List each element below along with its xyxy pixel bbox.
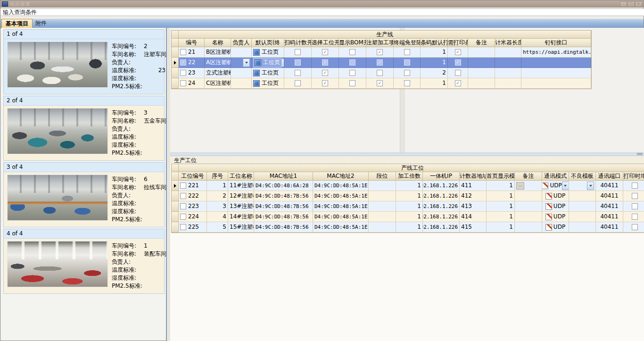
cell-owner[interactable]	[231, 68, 252, 78]
cell-mac1[interactable]: D4:9C:DD:48:7B:56	[254, 222, 313, 233]
cell-injection-process[interactable]: ✓	[366, 78, 394, 89]
column-header[interactable]: MAC地址2	[313, 172, 369, 181]
row-header[interactable]	[172, 58, 179, 68]
cell-owner[interactable]	[231, 58, 252, 68]
checkbox-unchecked[interactable]	[180, 203, 186, 209]
cell-station-id[interactable]: 221	[179, 181, 207, 191]
chevron-down-icon[interactable]	[243, 58, 250, 67]
cell-terminal-no-login[interactable]	[394, 58, 421, 68]
cell-seq[interactable]: 4	[207, 212, 228, 222]
row-header[interactable]	[172, 78, 179, 89]
cell-station-id[interactable]: 224	[179, 212, 207, 222]
cell-remark[interactable]: …	[515, 181, 542, 191]
column-header[interactable]: 工位名称	[228, 172, 254, 181]
cell-station-name[interactable]: 14#注塑机	[228, 212, 254, 222]
cell-default-page[interactable]: 工位页	[252, 78, 284, 89]
grid-row[interactable]: 24C区注塑机工位页✓✓1✓	[172, 78, 591, 89]
cell-name[interactable]: B区注塑机	[205, 47, 231, 58]
grid-row[interactable]: 21B区注塑机工位页✓✓1✓https://oapi.dingtalk.co	[172, 47, 591, 58]
cell-bad-template[interactable]	[569, 212, 596, 222]
column-header[interactable]: 条码默认打	[421, 39, 448, 47]
row-header[interactable]	[172, 68, 179, 78]
cell-scan-count[interactable]	[284, 47, 312, 58]
checkbox-unchecked[interactable]	[295, 70, 301, 76]
cell-port[interactable]: 40411	[596, 201, 623, 212]
grid-row[interactable]: ✓22A区注塑机工位页✓✓1✓	[172, 58, 591, 68]
cell-mac1[interactable]: D4:9C:DD:48:7B:56	[254, 201, 313, 212]
cell-station-name[interactable]: 15#注塑机	[228, 222, 254, 233]
cell-scan-count[interactable]	[284, 68, 312, 78]
checkbox-checked[interactable]: ✓	[322, 80, 328, 86]
cell-terminal-no-login[interactable]	[394, 47, 421, 58]
cell-ip[interactable]: 192.168.1.226	[423, 181, 460, 191]
cell-id[interactable]: ✓22	[179, 58, 205, 68]
cell-ip[interactable]: 192.168.1.226	[423, 212, 460, 222]
cell-counter-addr[interactable]: 412	[460, 191, 487, 201]
cell-print-increase[interactable]	[623, 181, 644, 191]
column-header[interactable]: 备注	[468, 39, 495, 47]
cell-homepage-template[interactable]: 1	[487, 201, 515, 212]
cell-bad-template[interactable]	[569, 181, 596, 191]
cell-injection-process[interactable]: ✓	[366, 58, 394, 68]
checkbox-unchecked[interactable]	[404, 49, 410, 55]
column-header[interactable]: 需打印条码	[448, 39, 468, 47]
checkbox-unchecked[interactable]	[632, 193, 638, 199]
checkbox-unchecked[interactable]	[349, 59, 355, 66]
cell-meter-length[interactable]	[495, 47, 521, 58]
cell-select-station[interactable]: ✓	[312, 47, 339, 58]
cell-station-id[interactable]: 225	[179, 222, 207, 233]
column-header[interactable]: 一体机IP	[423, 172, 460, 181]
checkbox-checked[interactable]: ✓	[377, 49, 383, 55]
close-button[interactable]: ✕	[635, 1, 642, 7]
checkbox-unchecked[interactable]	[632, 203, 638, 209]
cell-name[interactable]: C区注塑机	[205, 78, 231, 89]
column-header[interactable]: 工位编号	[179, 172, 207, 181]
column-header[interactable]: 编号	[179, 39, 205, 47]
cell-select-station[interactable]: ✓	[312, 58, 339, 68]
cell-seq[interactable]: 2	[207, 191, 228, 201]
cell-barcode-default[interactable]: 1	[421, 47, 448, 58]
cell-mac2[interactable]: D4:9C:DD:48:5A:1E	[313, 222, 369, 233]
cell-print-increase[interactable]	[623, 212, 644, 222]
cell-id[interactable]: 23	[179, 68, 205, 78]
column-header[interactable]: 钉钉接口	[521, 39, 591, 47]
cell-comm-mode[interactable]: UDP	[542, 191, 569, 201]
cell-counter-addr[interactable]: 413	[460, 201, 487, 212]
cell-injection-process[interactable]: ✓	[366, 47, 394, 58]
checkbox-unchecked[interactable]	[180, 49, 186, 55]
cell-remark[interactable]	[468, 47, 495, 58]
column-header[interactable]: 加工倍数	[396, 172, 423, 181]
column-header[interactable]: 扫码计数开	[284, 39, 312, 47]
query-input[interactable]	[0, 8, 644, 16]
cell-homepage-template[interactable]: 1	[487, 212, 515, 222]
column-header[interactable]: 首页显示模	[487, 172, 515, 181]
cell-bad-template[interactable]	[569, 222, 596, 233]
chevron-down-icon[interactable]	[587, 182, 594, 190]
checkbox-unchecked[interactable]	[180, 70, 186, 76]
grid-row[interactable]: 23立式注塑机工位页✓2	[172, 68, 591, 78]
cell-port[interactable]: 40411	[596, 181, 623, 191]
cell-segment[interactable]	[369, 212, 396, 222]
cell-homepage-template[interactable]: 1	[487, 222, 515, 233]
column-header[interactable]: 段位	[369, 172, 396, 181]
cell-ip[interactable]: 192.168.1.226	[423, 222, 460, 233]
cell-comm-mode[interactable]: UDP	[542, 181, 569, 191]
cell-id[interactable]: 24	[179, 78, 205, 89]
cell-remark[interactable]	[515, 201, 542, 212]
cell-scan-count[interactable]	[284, 78, 312, 89]
cell-port[interactable]: 40411	[596, 212, 623, 222]
ellipsis-button[interactable]: …	[516, 182, 524, 190]
cell-show-bom[interactable]	[339, 78, 366, 89]
cell-default-page[interactable]: 工位页	[252, 68, 284, 78]
checkbox-unchecked[interactable]	[349, 70, 355, 76]
cell-segment[interactable]	[369, 181, 396, 191]
row-header[interactable]	[172, 222, 179, 233]
checkbox-checked[interactable]: ✓	[322, 59, 328, 66]
cell-seq[interactable]: 5	[207, 222, 228, 233]
cell-owner[interactable]	[231, 47, 252, 58]
cell-port[interactable]: 40411	[596, 222, 623, 233]
workshop-card[interactable]: 2 of 4车间编号:3车间名称:五金车间负责人:温度标准:湿度标准:PM2.5…	[3, 96, 165, 161]
cell-mac1[interactable]: D4:9C:DD:48:7B:56	[254, 191, 313, 201]
cell-meter-length[interactable]	[495, 68, 521, 78]
cell-remark[interactable]	[515, 212, 542, 222]
